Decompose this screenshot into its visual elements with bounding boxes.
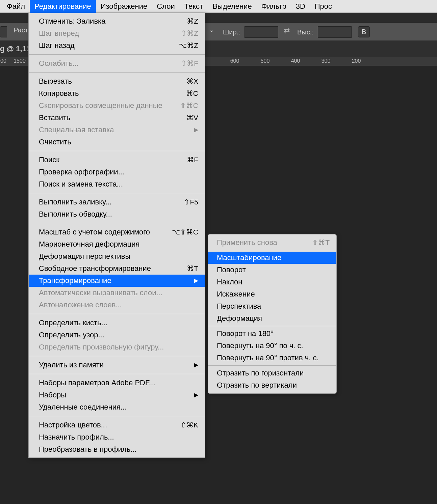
submenu-arrow-icon: ▶ <box>194 360 198 370</box>
shortcut-label: ⇧⌘C <box>180 101 198 111</box>
menuitem-auto-blend-layers: Автоналожение слоев... <box>29 299 205 311</box>
menu-separator <box>29 314 205 314</box>
submenu-arrow-icon: ▶ <box>194 125 198 135</box>
opt-dropdown-chevron-icon[interactable]: ⌄ <box>209 26 214 34</box>
menu-layers[interactable]: Слои <box>152 0 180 13</box>
submenu-distort[interactable]: Искажение <box>208 288 336 300</box>
menuitem-fill[interactable]: Выполнить заливку...⇧F5 <box>29 196 205 208</box>
menu-separator <box>29 374 205 374</box>
opt-height-label: Выс.: <box>297 28 314 36</box>
submenu-rotate-90cw[interactable]: Повернуть на 90° по ч. с. <box>208 340 336 352</box>
menuitem-step-backward[interactable]: Шаг назад⌥⌘Z <box>29 39 205 52</box>
swap-icon[interactable]: ⇄ <box>284 26 290 35</box>
menuitem-stroke[interactable]: Выполнить обводку... <box>29 208 205 220</box>
shortcut-label: ⇧⌘Z <box>181 28 198 38</box>
menuitem-find-replace-text[interactable]: Поиск и замена текста... <box>29 178 205 190</box>
shortcut-label: ⇧⌘T <box>312 237 330 248</box>
menuitem-undo[interactable]: Отменить: Заливка⌘Z <box>29 15 205 27</box>
opt-left-seg[interactable] <box>0 26 7 37</box>
menu-separator <box>29 193 205 193</box>
menuitem-auto-align-layers: Автоматически выравнивать слои... <box>29 287 205 299</box>
menuitem-adobe-pdf-presets[interactable]: Наборы параметров Adobe PDF... <box>29 377 205 389</box>
menuitem-step-forward: Шаг вперед⇧⌘Z <box>29 27 205 39</box>
ruler-tick-label: 400 <box>291 58 300 64</box>
submenu-rotate-180[interactable]: Поворот на 180° <box>208 328 336 340</box>
menuitem-define-pattern[interactable]: Определить узор... <box>29 329 205 341</box>
ruler-tick-label: 1500 <box>14 58 26 64</box>
menu-separator <box>29 223 205 223</box>
ruler-tick-label: 200 <box>352 58 361 64</box>
menu-separator <box>29 356 205 356</box>
submenu-arrow-icon: ▶ <box>194 390 198 400</box>
submenu-warp[interactable]: Деформация <box>208 312 336 325</box>
opt-height-field[interactable] <box>318 26 352 38</box>
shortcut-label: ⇧⌘F <box>181 58 198 68</box>
menubar: Файл Редактирование Изображение Слои Тек… <box>0 0 437 13</box>
submenu-apply-again: Применить снова⇧⌘T <box>208 236 336 249</box>
ruler-tick-label: 500 <box>261 58 270 64</box>
menu-selection[interactable]: Выделение <box>208 0 257 13</box>
menuitem-presets[interactable]: Наборы▶ <box>29 389 205 401</box>
menuitem-convert-to-profile[interactable]: Преобразовать в профиль... <box>29 443 205 455</box>
submenu-scale[interactable]: Масштабирование <box>208 252 336 264</box>
menu-separator <box>29 54 205 55</box>
menuitem-paste-special: Специальная вставка▶ <box>29 124 205 136</box>
shortcut-label: ⌘V <box>186 113 198 123</box>
menuitem-perspective-warp[interactable]: Деформация перспективы <box>29 250 205 262</box>
menuitem-content-aware-scale[interactable]: Масштаб с учетом содержимого⌥⇧⌘C <box>29 226 205 238</box>
shortcut-label: ⌘T <box>187 263 198 274</box>
menuitem-search[interactable]: Поиск⌘F <box>29 154 205 166</box>
transform-submenu: Применить снова⇧⌘T Масштабирование Повор… <box>208 234 337 394</box>
opt-width-field[interactable] <box>245 26 278 38</box>
shortcut-label: ⇧⌘K <box>180 420 198 430</box>
menu-image[interactable]: Изображение <box>96 0 152 13</box>
menuitem-define-custom-shape: Определить произвольную фигуру... <box>29 341 205 353</box>
menuitem-clear[interactable]: Очистить <box>29 136 205 148</box>
menu-view[interactable]: Прос <box>310 0 337 13</box>
menuitem-puppet-warp[interactable]: Марионеточная деформация <box>29 238 205 250</box>
menu-separator <box>29 151 205 151</box>
submenu-rotate[interactable]: Поворот <box>208 264 336 276</box>
ruler-tick-label: 00 <box>0 58 6 64</box>
menu-text[interactable]: Текст <box>180 0 208 13</box>
ruler-tick-label: 300 <box>322 58 331 64</box>
shortcut-label: ⇧F5 <box>184 197 198 207</box>
menu-3d[interactable]: 3D <box>291 0 310 13</box>
menuitem-fade: Ослабить...⇧⌘F <box>29 57 205 69</box>
submenu-flip-horizontal[interactable]: Отразить по горизонтали <box>208 367 336 379</box>
shortcut-label: ⌘X <box>186 76 198 86</box>
shortcut-label: ⌘C <box>186 88 198 99</box>
menu-separator <box>29 72 205 73</box>
menuitem-transform[interactable]: Трансформирование▶ <box>29 275 205 287</box>
menuitem-free-transform[interactable]: Свободное трансформирование⌘T <box>29 262 205 275</box>
shortcut-label: ⌥⌘Z <box>179 40 198 51</box>
menu-separator <box>208 326 336 326</box>
menuitem-define-brush[interactable]: Определить кисть... <box>29 317 205 329</box>
opt-width-label: Шир.: <box>223 28 240 36</box>
submenu-flip-vertical[interactable]: Отразить по вертикали <box>208 379 336 391</box>
shortcut-label: ⌘Z <box>187 16 198 26</box>
menuitem-assign-profile[interactable]: Назначить профиль... <box>29 431 205 443</box>
submenu-arrow-icon: ▶ <box>194 276 198 286</box>
menu-separator <box>208 250 336 250</box>
ruler-tick-label: 600 <box>230 58 239 64</box>
submenu-rotate-90ccw[interactable]: Повернуть на 90° против ч. с. <box>208 352 336 364</box>
menu-filter[interactable]: Фильтр <box>257 0 291 13</box>
menuitem-check-spelling[interactable]: Проверка орфографии... <box>29 166 205 178</box>
menu-file[interactable]: Файл <box>2 0 30 13</box>
menuitem-paste[interactable]: Вставить⌘V <box>29 112 205 124</box>
submenu-perspective[interactable]: Перспектива <box>208 300 336 312</box>
menu-separator <box>29 416 205 416</box>
menu-edit[interactable]: Редактирование <box>30 0 96 13</box>
opt-right-button[interactable]: В <box>358 26 370 37</box>
menuitem-purge[interactable]: Удалить из памяти▶ <box>29 359 205 371</box>
menuitem-copy[interactable]: Копировать⌘C <box>29 87 205 100</box>
shortcut-label: ⌘F <box>187 155 198 165</box>
shortcut-label: ⌥⇧⌘C <box>172 227 198 237</box>
edit-menu-dropdown: Отменить: Заливка⌘Z Шаг вперед⇧⌘Z Шаг на… <box>28 13 205 458</box>
menuitem-remote-connections[interactable]: Удаленные соединения... <box>29 401 205 413</box>
submenu-skew[interactable]: Наклон <box>208 276 336 288</box>
menuitem-cut[interactable]: Вырезать⌘X <box>29 75 205 87</box>
menu-separator <box>208 365 336 366</box>
menuitem-color-settings[interactable]: Настройка цветов...⇧⌘K <box>29 419 205 431</box>
